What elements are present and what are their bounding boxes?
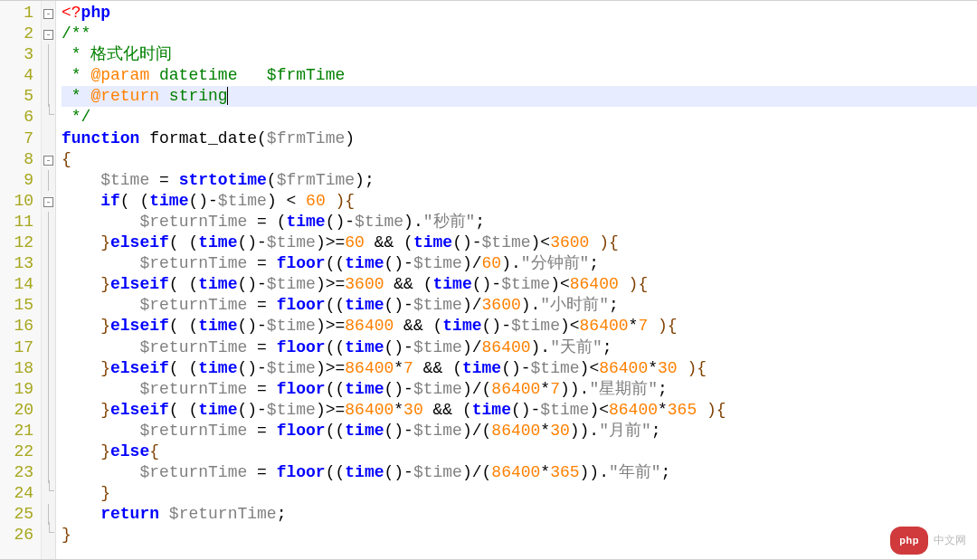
code-line[interactable]: }elseif( (time()-$time)>=3600 && (time()… [62,274,977,295]
code-line[interactable]: } [62,525,977,546]
code-token: ){ [678,359,707,377]
code-line[interactable]: return $returnTime; [62,504,977,525]
code-token: ) < [267,192,306,210]
line-number: 14 [0,274,33,295]
code-token: ; [661,463,671,481]
code-token: * [394,359,403,377]
code-line[interactable]: }elseif( (time()-$time)>=86400*7 && (tim… [62,358,977,379]
code-token: } [62,442,110,460]
code-line[interactable]: $returnTime = floor((time()-$time)/3600)… [62,295,977,316]
code-line[interactable]: $returnTime = (time()-$time)."秒前"; [62,212,977,233]
code-token: string [159,87,228,105]
code-token: = [247,380,276,398]
code-line[interactable]: $returnTime = floor((time()-$time)/60)."… [62,253,977,274]
code-line[interactable]: * @return string [62,86,977,107]
fold-marker[interactable] [42,421,55,441]
fold-marker[interactable] [42,128,55,149]
code-token [62,505,100,523]
code-token: $time [501,275,550,293]
code-line[interactable]: $time = strtotime($frmTime); [62,170,977,191]
code-token: 3600 [482,296,521,314]
code-token: $returnTime [139,422,247,440]
code-token: */ [62,108,90,126]
code-token: } [62,526,71,544]
fold-marker[interactable] [42,379,55,400]
code-line[interactable]: $returnTime = floor((time()-$time)/86400… [62,337,977,358]
code-token: time [345,422,384,440]
code-line[interactable]: * @param datetime $frmTime [62,65,977,86]
code-token: $returnTime [139,296,247,314]
fold-marker[interactable] [42,483,55,504]
code-token: && ( [394,317,442,335]
fold-marker[interactable] [42,212,55,233]
line-number: 8 [0,149,33,170]
fold-marker[interactable] [42,316,55,337]
code-token: )>= [316,401,345,419]
code-line[interactable]: if( (time()-$time) < 60 ){ [62,191,977,212]
code-token: ; [658,380,668,398]
code-line[interactable]: }elseif( (time()-$time)>=60 && (time()-$… [62,233,977,253]
code-token: ()- [237,359,266,377]
fold-marker[interactable] [42,233,55,253]
code-token: { [149,442,159,460]
code-line[interactable]: */ [62,107,977,128]
code-line[interactable]: }elseif( (time()-$time)>=86400 && (time(… [62,316,977,337]
code-token: )). [580,463,609,481]
code-line[interactable]: <?php [62,3,977,24]
code-line[interactable]: $returnTime = floor((time()-$time)/(8640… [62,379,977,400]
code-token: ()- [237,401,266,419]
code-line[interactable]: }elseif( (time()-$time)>=86400*30 && (ti… [62,400,977,421]
fold-marker[interactable] [42,107,55,128]
code-line[interactable]: { [62,149,977,170]
code-token: ; [475,213,485,231]
code-token: function [62,129,139,147]
fold-marker[interactable] [42,358,55,379]
fold-marker[interactable]: - [42,24,55,44]
code-token: floor [277,463,326,481]
fold-marker[interactable] [42,295,55,316]
code-token: time [462,359,501,377]
code-token: $frmTime [277,171,355,189]
code-token: $time [267,359,316,377]
code-token: 30 [658,359,678,377]
fold-marker[interactable]: - [42,3,55,24]
line-number: 5 [0,86,33,107]
code-token: "小时前" [540,296,609,314]
code-token: php [81,4,110,22]
fold-marker[interactable]: - [42,191,55,212]
fold-marker[interactable] [42,337,55,358]
fold-marker[interactable] [42,65,55,86]
code-token [62,380,139,398]
code-token: time [286,213,325,231]
code-token: 60 [345,233,365,252]
code-editor: 1234567891011121314151617181920212223242… [0,0,977,560]
code-token: ()- [237,275,266,293]
fold-marker[interactable]: - [42,149,55,170]
code-token: ()- [326,213,355,231]
code-token: ){ [697,401,726,419]
fold-marker[interactable] [42,253,55,274]
code-line[interactable]: $returnTime = floor((time()-$time)/(8640… [62,421,977,441]
code-token: 86400 [570,275,619,293]
fold-marker[interactable] [42,525,55,546]
fold-marker[interactable] [42,170,55,191]
line-number: 2 [0,24,33,44]
fold-marker[interactable] [42,274,55,295]
code-token: (( [326,463,346,481]
code-token: (( [326,296,346,314]
code-line[interactable]: function format_date($frmTime) [62,128,977,149]
fold-marker[interactable] [42,441,55,462]
fold-marker[interactable] [42,44,55,65]
code-line[interactable]: /** [62,24,977,44]
code-token: )>= [316,317,345,335]
code-line[interactable]: } [62,483,977,504]
code-line[interactable]: $returnTime = floor((time()-$time)/(8640… [62,462,977,483]
line-number: 9 [0,170,33,191]
code-line[interactable]: }else{ [62,441,977,462]
code-line[interactable]: * 格式化时间 [62,44,977,65]
code-token: $time [267,317,316,335]
code-area[interactable]: <?php/** * 格式化时间 * @param datetime $frmT… [56,1,977,559]
code-token: } [62,233,110,252]
fold-marker[interactable] [42,400,55,421]
code-token: } [62,317,110,335]
